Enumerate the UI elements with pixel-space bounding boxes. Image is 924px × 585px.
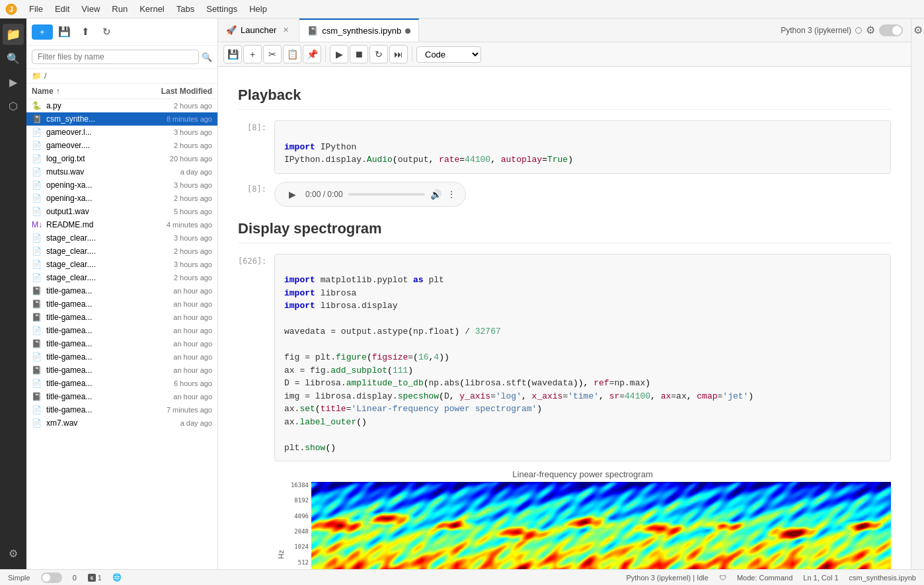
y-axis-hz-label: Hz (274, 482, 288, 569)
progress-bar[interactable] (348, 193, 425, 196)
save-cell-button[interactable]: 💾 (223, 45, 242, 63)
file-modified: 3 hours ago (139, 181, 212, 189)
list-item[interactable]: 📓 title-gamea... an hour ago (26, 364, 217, 377)
more-options-icon[interactable]: ⋮ (447, 189, 456, 200)
cut-cell-button[interactable]: ✂ (263, 45, 282, 63)
fast-forward-button[interactable]: ⏭ (389, 45, 408, 63)
file-name: output1.wav (46, 207, 139, 216)
app-logo: J (5, 3, 19, 16)
y-axis-labels: 16384 8192 4096 2048 1024 512 256 128 64… (288, 482, 311, 569)
file-icon: 📄 (32, 379, 44, 388)
file-name: title-gamea... (46, 392, 139, 401)
paste-cell-button[interactable]: 📌 (303, 45, 321, 63)
list-item[interactable]: 📄 gameover.l... 3 hours ago (26, 126, 217, 139)
list-item[interactable]: 📄 stage_clear.... 2 hours ago (26, 271, 217, 284)
list-item[interactable]: 📓 title-gamea... an hour ago (26, 297, 217, 311)
stop-cell-button[interactable]: ⏹ (350, 45, 368, 63)
list-item[interactable]: 📄 title-gamea... 7 minutes ago (26, 403, 217, 416)
toggle-switch[interactable] (879, 24, 903, 36)
tab-notebook[interactable]: 📓 csm_synthesis.ipynb (299, 19, 419, 42)
tab-close-launcher[interactable]: ✕ (280, 25, 291, 36)
icon-bar-folder[interactable]: 📁 (3, 24, 24, 45)
list-item[interactable]: 🐍 a.py 2 hours ago (26, 99, 217, 112)
file-icon: 📄 (32, 194, 44, 203)
list-item[interactable]: 📄 mutsu.wav a day ago (26, 165, 217, 178)
icon-bar-extensions[interactable]: ⬡ (3, 95, 24, 116)
list-item[interactable]: 📓 title-gamea... an hour ago (26, 390, 217, 403)
column-name[interactable]: Name↑ (32, 87, 139, 96)
list-item[interactable]: 📄 stage_clear.... 2 hours ago (26, 245, 217, 258)
menu-view[interactable]: View (76, 3, 105, 15)
list-item[interactable]: M↓ README.md 4 minutes ago (26, 218, 217, 231)
new-button[interactable]: + (32, 24, 53, 40)
file-modified: 7 minutes ago (139, 406, 212, 414)
save-button[interactable]: 💾 (56, 22, 74, 41)
list-item[interactable]: 📄 title-gamea... an hour ago (26, 350, 217, 364)
list-item[interactable]: 📓 title-gamea... an hour ago (26, 311, 217, 324)
active-filename: csm_synthesis.ipynb (849, 574, 917, 582)
list-item[interactable]: 📄 log_orig.txt 20 hours ago (26, 152, 217, 165)
list-item[interactable]: 📄 xm7.wav a day ago (26, 416, 217, 430)
list-item[interactable]: 📄 stage_clear.... 3 hours ago (26, 231, 217, 245)
file-modified: an hour ago (139, 300, 212, 308)
copy-cell-button[interactable]: 📋 (283, 45, 301, 63)
audio-play-button[interactable]: ▶ (284, 186, 300, 202)
file-icon: 📄 (32, 141, 44, 150)
right-sidebar-toggle[interactable]: ⚙ (911, 19, 924, 569)
list-item[interactable]: 📄 stage_clear.... 3 hours ago (26, 258, 217, 271)
playback-heading: Playback (238, 87, 891, 110)
menu-kernel[interactable]: Kernel (134, 3, 170, 15)
file-icon-notebook: 📓 (32, 339, 44, 348)
add-cell-button[interactable]: + (243, 45, 262, 63)
restart-kernel-button[interactable]: ↻ (369, 45, 388, 63)
file-name: stage_clear.... (46, 233, 139, 243)
list-item[interactable]: 📓 title-gamea... an hour ago (26, 337, 217, 350)
volume-icon[interactable]: 🔊 (430, 189, 442, 200)
file-modified: 2 hours ago (139, 194, 212, 202)
cell-body: import IPython IPython.display.Audio(out… (274, 120, 891, 174)
list-item[interactable]: 📄 title-gamea... an hour ago (26, 324, 217, 337)
cell-8-output: [8]: ▶ 0:00 / 0:00 🔊 ⋮ (238, 182, 891, 207)
list-item[interactable]: 📓 csm_synthe... 8 minutes ago (26, 112, 217, 126)
menu-settings[interactable]: Settings (201, 3, 243, 15)
file-name: title-gamea... (46, 366, 139, 375)
file-icon: 📄 (32, 405, 44, 414)
upload-button[interactable]: ⬆ (77, 22, 95, 41)
list-item[interactable]: 📄 title-gamea... 6 hours ago (26, 377, 217, 390)
toggle-simple[interactable] (41, 572, 62, 583)
file-icon: 📄 (32, 273, 44, 282)
run-cell-button[interactable]: ▶ (330, 45, 348, 63)
menu-tabs[interactable]: Tabs (171, 3, 200, 15)
code-block-626[interactable]: import matplotlib.pyplot as plt import l… (274, 254, 891, 462)
tab-launcher[interactable]: 🚀 Launcher ✕ (218, 19, 299, 42)
search-input[interactable] (32, 50, 199, 64)
file-icon: 📄 (32, 207, 44, 216)
file-modified: 8 minutes ago (139, 115, 212, 123)
audio-player[interactable]: ▶ 0:00 / 0:00 🔊 ⋮ (274, 182, 466, 207)
list-item[interactable]: 📄 gameover.... 2 hours ago (26, 139, 217, 152)
menu-help[interactable]: Help (244, 3, 272, 15)
shield-icon: 🛡 (719, 574, 726, 582)
icon-bar-settings[interactable]: ⚙ (3, 543, 24, 564)
list-item[interactable]: 📄 opening-xa... 3 hours ago (26, 178, 217, 192)
file-icon: 📄 (32, 167, 44, 176)
menu-edit[interactable]: Edit (50, 3, 75, 15)
cell-type-select[interactable]: Code Markdown Raw (416, 46, 481, 63)
list-item[interactable]: 📓 title-gamea... an hour ago (26, 284, 217, 297)
menu-file[interactable]: File (24, 3, 48, 15)
menu-run[interactable]: Run (106, 3, 133, 15)
file-icon-notebook: 📓 (32, 299, 44, 309)
list-item[interactable]: 📄 opening-xa... 2 hours ago (26, 192, 217, 205)
file-name: gameover.l... (46, 128, 139, 137)
column-modified[interactable]: Last Modified (139, 87, 212, 96)
file-name: stage_clear.... (46, 247, 139, 256)
icon-bar-run[interactable]: ▶ (3, 71, 24, 93)
code-block[interactable]: import IPython IPython.display.Audio(out… (274, 120, 891, 174)
icon-bar-search[interactable]: 🔍 (3, 48, 24, 69)
refresh-button[interactable]: ↻ (98, 22, 116, 41)
launcher-icon: 🚀 (226, 25, 237, 35)
settings-icon: ⚙ (913, 24, 923, 36)
gear-icon[interactable]: ⚙ (866, 24, 875, 36)
file-icon-notebook: 📓 (32, 366, 44, 375)
list-item[interactable]: 📄 output1.wav 5 hours ago (26, 205, 217, 218)
